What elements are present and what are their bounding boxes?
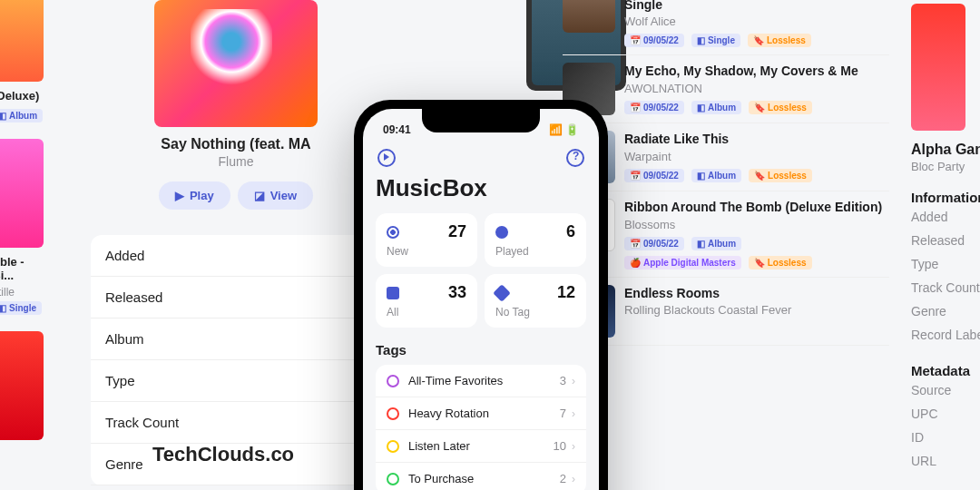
tag-icon [387, 473, 399, 485]
album-tile[interactable] [0, 331, 44, 440]
track-title: Radiate Like This [624, 131, 889, 147]
stat-card-notag[interactable]: 12 No Tag [485, 274, 586, 328]
tag-row-purchase[interactable]: To Purchase2› [376, 463, 586, 490]
detail-artwork[interactable] [911, 4, 965, 131]
album-tile-label: (Deluxe) [0, 89, 47, 103]
type-badge: ◧ Album [691, 237, 741, 250]
single-badge: ◧ Single [0, 301, 42, 315]
track-title: My Echo, My Shadow, My Covers & Me [624, 63, 889, 79]
meta-row: Genre [911, 299, 980, 323]
lossless-badge: 🔖 Lossless [749, 256, 812, 270]
meta-row: Type [911, 252, 980, 276]
meta-row: UPC [911, 402, 980, 426]
played-icon [495, 226, 508, 239]
chevron-right-icon: › [572, 473, 575, 485]
info-header: Information [911, 190, 980, 205]
tag-row-later[interactable]: Listen Later10› [376, 430, 586, 463]
stat-label: All [387, 306, 466, 318]
info-row-released[interactable]: Released [91, 277, 381, 318]
meta-row: Source [911, 378, 980, 402]
watermark: TechClouds.co [152, 443, 294, 466]
track-artist: Blossoms [624, 218, 889, 231]
battery-icon: 🔋 [565, 123, 579, 136]
detail-artist: Bloc Party [911, 160, 980, 173]
center-album-panel: Say Nothing (feat. MA Flume ▶ Play ◪ Vie… [91, 0, 381, 485]
meta-row: Record Label [911, 323, 980, 347]
tag-row-rotation[interactable]: Heavy Rotation7› [376, 397, 586, 430]
now-playing-icon[interactable] [377, 149, 396, 167]
left-album-column: (Deluxe) ◧ Album uble - Si... stille ◧ S… [0, 0, 47, 447]
meta-row: URL [911, 449, 980, 473]
info-row-track-count[interactable]: Track Count [91, 402, 381, 444]
tags-header: Tags [376, 342, 586, 358]
type-badge: ◧ Single [691, 34, 740, 47]
date-badge: 📅 09/05/22 [624, 169, 684, 182]
app-title: MusicBox [376, 174, 586, 202]
stat-label: Played [495, 245, 575, 258]
track-artwork [563, 0, 615, 33]
detail-title: Alpha Gan [911, 142, 980, 158]
phone-notch [422, 109, 540, 132]
track-title: Ribbon Around The Bomb (Deluxe Edition) [624, 199, 889, 215]
stat-card-new[interactable]: 27 New [376, 213, 477, 267]
track-row[interactable]: Ribbon Around The Bomb (Deluxe Edition) … [563, 191, 889, 277]
meta-row: Track Count [911, 276, 980, 299]
album-tile[interactable] [0, 139, 44, 248]
info-row-added[interactable]: Added [91, 235, 381, 277]
date-badge: 📅 09/05/22 [624, 34, 684, 47]
view-button[interactable]: ◪ View [238, 181, 313, 210]
stat-card-all[interactable]: 33 All [376, 274, 477, 328]
track-row[interactable]: Radiate Like This Warpaint 📅 09/05/22 ◧ … [563, 123, 889, 191]
metadata-header: Metadata [911, 363, 980, 378]
status-time: 09:41 [383, 123, 411, 136]
album-tile-artist: stille [0, 286, 47, 299]
type-badge: ◧ Album [691, 169, 741, 182]
lossless-badge: 🔖 Lossless [749, 169, 812, 182]
track-artist: Warpaint [624, 150, 889, 163]
tag-row-favorites[interactable]: All-Time Favorites3› [376, 365, 586, 397]
meta-row: ID [911, 426, 980, 449]
tags-list: All-Time Favorites3› Heavy Rotation7› Li… [376, 365, 586, 490]
lossless-badge: 🔖 Lossless [748, 34, 811, 47]
track-artist: Rolling Blackouts Coastal Fever [624, 303, 889, 317]
tag-icon [387, 440, 399, 453]
stat-label: No Tag [495, 306, 575, 318]
album-badge: ◧ Album [0, 109, 43, 122]
album-tile-label: uble - Si... [0, 255, 47, 282]
album-artwork[interactable] [154, 0, 318, 127]
chevron-right-icon: › [572, 440, 575, 453]
track-list-panel: The Last Man On Earth (Lullaby Version) … [563, 0, 889, 346]
tag-icon [387, 407, 399, 420]
type-badge: ◧ Album [691, 101, 741, 114]
album-title: Say Nothing (feat. MA [91, 136, 381, 152]
date-badge: 📅 09/05/22 [624, 237, 684, 250]
track-title: The Last Man On Earth (Lullaby Version) … [624, 0, 889, 13]
notag-icon [493, 284, 511, 302]
chevron-right-icon: › [572, 375, 575, 387]
info-row-album[interactable]: Album [91, 318, 381, 360]
lossless-badge: 🔖 Lossless [749, 101, 812, 114]
right-detail-panel: Alpha Gan Bloc Party Information Added R… [907, 0, 980, 476]
help-icon[interactable] [566, 149, 584, 167]
chevron-right-icon: › [572, 407, 575, 420]
wifi-icon: 📶 [549, 123, 563, 136]
new-icon [387, 226, 399, 239]
stat-card-played[interactable]: 6 Played [485, 213, 586, 267]
track-row[interactable]: Endless Rooms Rolling Blackouts Coastal … [563, 278, 889, 346]
tag-icon [387, 375, 399, 387]
date-badge: 📅 09/05/22 [624, 101, 684, 114]
info-row-type[interactable]: Type [91, 360, 381, 402]
album-tile[interactable] [0, 0, 44, 82]
track-row[interactable]: My Echo, My Shadow, My Covers & Me AWOLN… [563, 55, 889, 123]
play-button[interactable]: ▶ Play [159, 181, 230, 210]
all-icon [387, 287, 399, 299]
stat-label: New [387, 245, 466, 258]
phone-frame: 09:41 📶 🔋 MusicBox 27 New 6 Played 33 Al… [354, 100, 608, 490]
meta-row: Released [911, 229, 980, 252]
adm-badge: 🍎 Apple Digital Masters [624, 256, 741, 270]
meta-row: Added [911, 205, 980, 229]
track-artist: Wolf Alice [624, 15, 889, 28]
track-row[interactable]: The Last Man On Earth (Lullaby Version) … [563, 0, 889, 55]
track-title: Endless Rooms [624, 285, 889, 301]
album-artist: Flume [91, 154, 381, 169]
